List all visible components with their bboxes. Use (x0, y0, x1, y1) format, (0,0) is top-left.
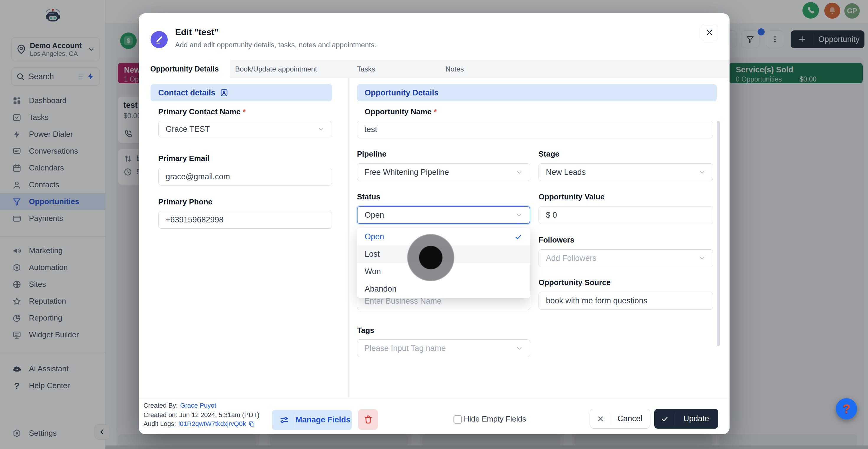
chevron-down-icon (516, 169, 523, 176)
primary-email-input[interactable] (158, 168, 332, 185)
modal-scrollbar[interactable] (717, 121, 720, 346)
modal-title: Edit "test" (175, 27, 218, 37)
primary-phone-input[interactable] (158, 211, 332, 229)
stage-select[interactable]: New Leads (538, 163, 713, 181)
followers-select[interactable]: Add Followers (538, 249, 713, 267)
chevron-down-icon (699, 169, 706, 176)
delete-opportunity-button[interactable] (358, 409, 378, 430)
tab-tasks[interactable]: Tasks (322, 60, 410, 78)
primary-email-label: Primary Email (158, 154, 209, 163)
opportunity-name-label: Opportunity Name (365, 107, 437, 116)
opportunity-value-input[interactable] (538, 206, 713, 224)
chevron-down-icon (699, 255, 706, 262)
audit-logs-row: Audit Logs: i01R2qwtW7tkdxjrvQ0k (144, 420, 255, 428)
contact-details-section-header: Contact details (151, 84, 332, 101)
tags-select[interactable]: Please Input Tag name (357, 339, 530, 357)
cancel-label: Cancel (610, 414, 650, 423)
trash-icon (363, 414, 373, 424)
close-button[interactable] (701, 24, 718, 41)
status-option-abandon[interactable]: Abandon (357, 280, 530, 298)
created-by-row: Created By: Grace Puyot (144, 402, 216, 410)
audit-logs-link[interactable]: i01R2qwtW7tkdxjrvQ0k (178, 420, 246, 428)
followers-label: Followers (538, 235, 574, 245)
tab-opportunity-details[interactable]: Opportunity Details (139, 60, 230, 78)
chevron-down-icon (516, 211, 523, 218)
created-on-row: Created on: Jun 12 2024, 5:31am (PDT) (144, 411, 259, 419)
close-icon (705, 28, 714, 37)
hide-empty-fields-checkbox[interactable] (454, 415, 462, 424)
contact-card-icon (220, 88, 228, 97)
hide-empty-fields-label: Hide Empty Fields (464, 414, 526, 424)
pipeline-label: Pipeline (357, 149, 386, 159)
status-select[interactable]: Open (357, 206, 530, 224)
copy-icon[interactable] (248, 421, 255, 427)
edit-pencil-icon (151, 31, 168, 48)
primary-phone-label: Primary Phone (158, 197, 213, 207)
primary-contact-name-select[interactable]: Grace TEST (158, 121, 332, 137)
manage-fields-label: Manage Fields (294, 415, 352, 424)
opportunity-value-label: Opportunity Value (538, 192, 604, 202)
opportunity-source-input[interactable] (538, 292, 713, 309)
opportunity-details-section-header: Opportunity Details (357, 84, 717, 101)
tags-label: Tags (357, 326, 374, 335)
click-indicator-cursor (407, 234, 454, 281)
opportunity-source-label: Opportunity Source (538, 278, 611, 287)
created-by-link[interactable]: Grace Puyot (180, 402, 216, 410)
column-separator (348, 78, 349, 398)
x-icon (597, 415, 604, 423)
manage-fields-button[interactable]: Manage Fields (272, 410, 352, 430)
update-button[interactable]: Update (654, 409, 718, 429)
status-label: Status (357, 192, 380, 202)
sliders-icon (280, 415, 289, 425)
tab-book-update-appointment[interactable]: Book/Update appointment (230, 60, 322, 78)
update-label: Update (674, 414, 718, 423)
check-icon (661, 415, 669, 423)
pipeline-select[interactable]: Free Whitening Pipeline (357, 163, 530, 181)
opportunity-name-input[interactable] (357, 121, 713, 138)
chevron-down-icon (318, 125, 325, 132)
chevron-down-icon (516, 345, 523, 352)
help-widget-button[interactable]: ? (836, 398, 857, 419)
help-question-glyph: ? (843, 402, 850, 416)
cancel-button[interactable]: Cancel (590, 409, 650, 429)
modal-subtitle: Add and edit opportunity details, tasks,… (175, 41, 376, 49)
primary-contact-name-label: Primary Contact Name (158, 107, 246, 116)
app-screen: Demo Account Los Angeles, CA Search Dash… (0, 0, 868, 449)
check-icon (514, 233, 523, 241)
edit-opportunity-modal: Edit "test" Add and edit opportunity det… (139, 13, 730, 434)
stage-label: Stage (538, 149, 559, 159)
tab-notes[interactable]: Notes (410, 60, 499, 78)
modal-tabbar: Opportunity Details Book/Update appointm… (139, 60, 730, 78)
